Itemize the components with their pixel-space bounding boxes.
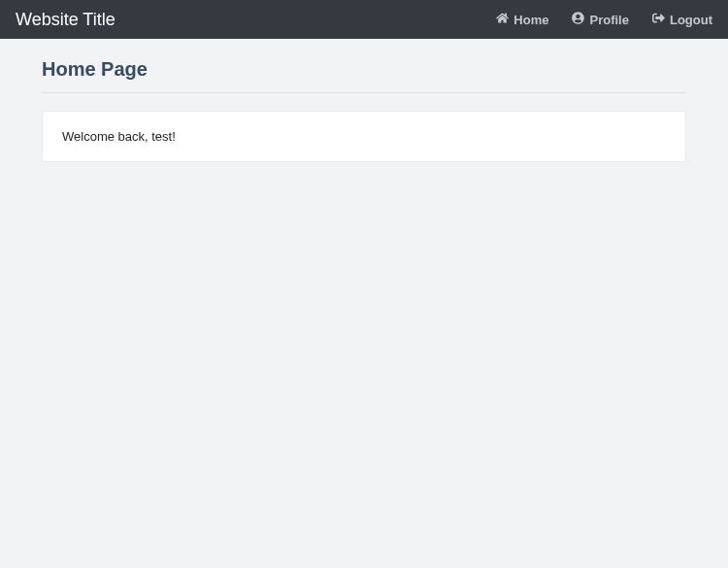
welcome-card: Welcome back, test!: [42, 111, 686, 162]
nav-link-logout-label: Logout: [670, 13, 712, 27]
home-icon: [496, 12, 509, 27]
logout-icon: [652, 12, 665, 27]
navbar-nav: Home Profile Logout: [496, 12, 712, 27]
user-circle-icon: [572, 12, 584, 27]
navbar-brand[interactable]: Website Title: [16, 10, 116, 30]
nav-link-logout[interactable]: Logout: [652, 12, 712, 27]
nav-link-home[interactable]: Home: [496, 12, 548, 27]
main-container: Home Page Welcome back, test!: [15, 39, 713, 182]
nav-link-profile[interactable]: Profile: [572, 12, 628, 27]
page-title: Home Page: [42, 58, 686, 93]
welcome-message: Welcome back, test!: [62, 129, 176, 144]
nav-link-profile-label: Profile: [589, 13, 628, 27]
nav-link-home-label: Home: [513, 13, 548, 27]
navbar: Website Title Home Profile Logout: [0, 0, 728, 39]
